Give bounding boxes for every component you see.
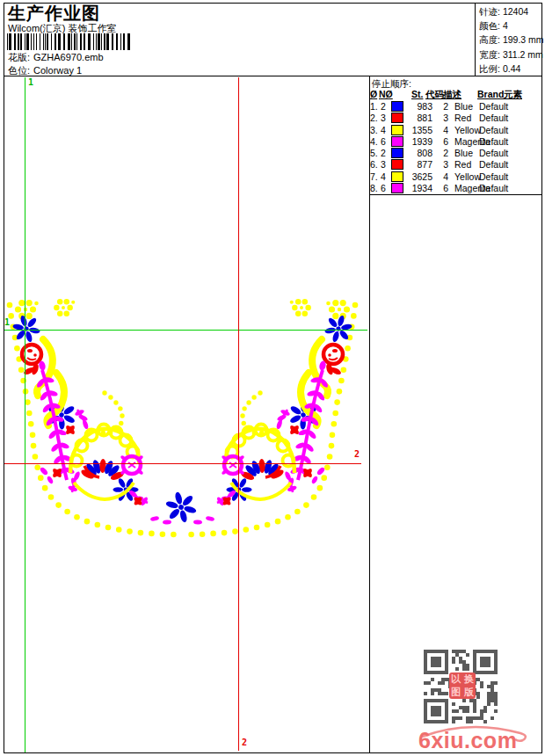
green-guide-vertical	[25, 77, 25, 752]
site-name: 6xiu.com	[418, 728, 517, 753]
end-marker-label-right: 2	[354, 449, 360, 459]
end-marker-label-bottom: 2	[242, 738, 247, 747]
site-watermark: 6xiu.com	[417, 723, 540, 752]
embroidery-design	[0, 0, 545, 756]
start-marker-label-left: 1	[4, 317, 10, 327]
start-marker-label-top: 1	[28, 77, 33, 87]
red-guide-horizontal	[4, 463, 361, 464]
red-guide-vertical	[238, 77, 239, 751]
production-worksheet-page: { "header": { "title": "生产作业图", "studio"…	[0, 0, 545, 756]
green-guide-horizontal	[4, 330, 367, 331]
red-stamp: 以 换 图 版	[449, 672, 476, 699]
